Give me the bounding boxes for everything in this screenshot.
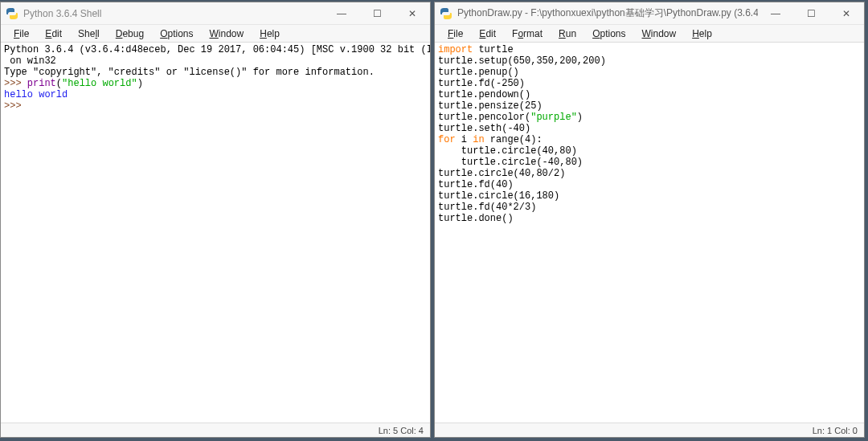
string-purple: "purple" <box>530 112 577 123</box>
builtin-print: print <box>27 78 56 89</box>
code-line: turtle.circle(40,80/2) <box>438 168 565 179</box>
python-icon <box>440 7 452 20</box>
cursor-position: Ln: 1 Col: 0 <box>813 426 858 435</box>
editor-content[interactable]: import turtle turtle.setup(650,350,200,2… <box>435 43 864 423</box>
code-line: turtle.pensize(25) <box>438 100 542 112</box>
minimize-button[interactable]: — <box>758 2 793 24</box>
code-line: i <box>456 134 473 145</box>
menu-file[interactable]: File <box>441 27 469 41</box>
menu-options[interactable]: Options <box>154 27 199 41</box>
menubar: File Edit Shell Debug Options Window Hel… <box>1 25 430 43</box>
window-title: Python 3.6.4 Shell <box>23 8 324 19</box>
code-line: turtle.fd(40*2/3) <box>438 202 536 213</box>
window-controls: — ☐ ✕ <box>324 2 430 24</box>
paren-close: ) <box>137 78 143 89</box>
python-shell-window: Python 3.6.4 Shell — ☐ ✕ File Edit Shell… <box>0 2 431 438</box>
python-editor-window: PythonDraw.py - F:\pythonxuexi\python基础学… <box>434 2 865 438</box>
menubar: File Edit Format Run Options Window Help <box>435 25 864 43</box>
code-line: turtle.circle(16,180) <box>438 190 559 202</box>
menu-debug[interactable]: Debug <box>109 27 150 41</box>
code-line: turtle.fd(-250) <box>438 78 525 89</box>
menu-run[interactable]: Run <box>552 27 583 41</box>
code-line: turtle.penup() <box>438 67 519 78</box>
menu-window[interactable]: Window <box>203 27 251 41</box>
kw-import: import <box>438 44 473 55</box>
prompt: >>> <box>4 78 27 89</box>
statusbar: Ln: 5 Col: 4 <box>1 423 430 437</box>
menu-format[interactable]: Format <box>506 27 549 41</box>
code-line: turtle.done() <box>438 213 514 224</box>
cursor-position: Ln: 5 Col: 4 <box>379 426 424 435</box>
banner-line-2: on win32 <box>4 55 56 67</box>
menu-help[interactable]: Help <box>253 27 286 41</box>
maximize-button[interactable]: ☐ <box>359 2 395 24</box>
code-line: turtle.pendown() <box>438 89 530 100</box>
menu-options[interactable]: Options <box>586 27 632 41</box>
window-controls: — ☐ ✕ <box>758 2 864 24</box>
output-line: hello world <box>4 89 68 100</box>
python-icon <box>6 7 18 20</box>
close-button[interactable]: ✕ <box>829 2 864 24</box>
code-line: turtle.seth(-40) <box>438 123 530 134</box>
window-title: PythonDraw.py - F:\pythonxuexi\python基础学… <box>457 6 758 20</box>
titlebar[interactable]: Python 3.6.4 Shell — ☐ ✕ <box>1 2 430 25</box>
menu-file[interactable]: File <box>7 27 35 41</box>
prompt-empty: >>> <box>4 100 27 112</box>
banner-line-1: Python 3.6.4 (v3.6.4:d48eceb, Dec 19 201… <box>4 44 430 55</box>
code-line: turtle.circle(-40,80) <box>438 157 583 168</box>
code-line: range(4): <box>485 134 542 145</box>
code-line: turtle.circle(40,80) <box>438 145 577 157</box>
titlebar[interactable]: PythonDraw.py - F:\pythonxuexi\python基础学… <box>435 2 864 25</box>
menu-help[interactable]: Help <box>686 27 719 41</box>
menu-edit[interactable]: Edit <box>39 27 68 41</box>
menu-window[interactable]: Window <box>636 27 683 41</box>
code-line: turtle <box>473 44 513 55</box>
paren-open: ( <box>56 78 62 89</box>
kw-for: for <box>438 134 456 145</box>
close-button[interactable]: ✕ <box>395 2 430 24</box>
string-arg: "hello world" <box>62 78 137 89</box>
statusbar: Ln: 1 Col: 0 <box>435 423 864 437</box>
maximize-button[interactable]: ☐ <box>793 2 829 24</box>
menu-edit[interactable]: Edit <box>473 27 502 41</box>
code-line: turtle.fd(40) <box>438 179 514 190</box>
banner-line-3: Type "copyright", "credits" or "license(… <box>4 67 375 78</box>
code-line: turtle.setup(650,350,200,200) <box>438 55 606 67</box>
shell-content[interactable]: Python 3.6.4 (v3.6.4:d48eceb, Dec 19 201… <box>1 43 430 423</box>
minimize-button[interactable]: — <box>324 2 359 24</box>
code-line: ) <box>577 112 583 123</box>
menu-shell[interactable]: Shell <box>72 27 106 41</box>
code-line: turtle.pencolor( <box>438 112 530 123</box>
kw-in: in <box>473 134 484 145</box>
